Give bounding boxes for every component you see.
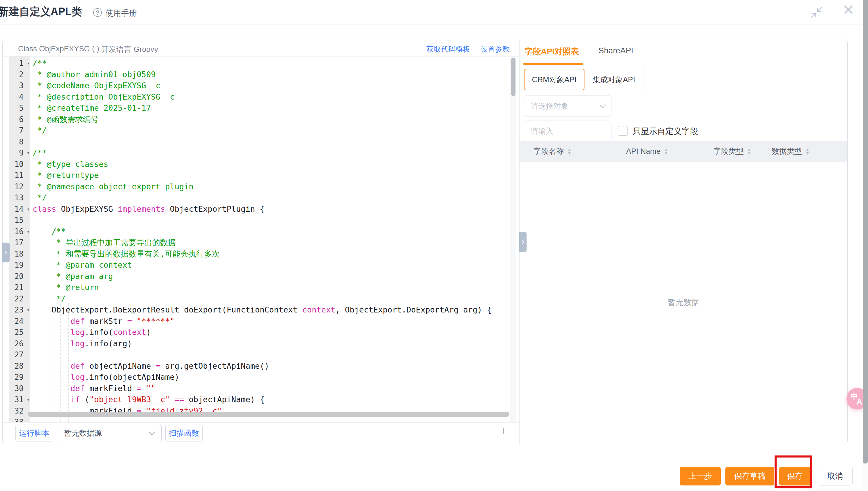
editor-vscroll-track[interactable] — [510, 57, 516, 422]
segment-crm-object-api[interactable]: CRM对象API — [524, 69, 585, 90]
code-line: 31▾ if ("object_l9WB3__c" == objectApiNa… — [3, 394, 510, 405]
field-table-header: 字段名称▲▼ API Name▲▼ 字段类型▲▼ 数据类型▲▼ — [520, 141, 847, 162]
user-manual-link[interactable]: 使用手册 — [105, 8, 137, 18]
code-line: 12 * @namespace object_export_plugin — [3, 181, 510, 193]
column-field-type: 字段类型▲▼ — [713, 146, 772, 156]
custom-fields-only-label: 只显示自定义字段 — [633, 126, 698, 137]
get-code-template-link[interactable]: 获取代码模板 — [427, 44, 470, 54]
code-line: 1▾/** — [3, 58, 510, 69]
code-line: 23▾ ObjectExport.DoExportResult doExport… — [3, 304, 510, 316]
field-search-placeholder: 请输入 — [531, 126, 553, 136]
code-line: 18 * 和需要导出的数据数量有关,可能会执行多次 — [3, 249, 510, 260]
tab-field-api-mapping[interactable]: 字段API对照表 — [525, 46, 579, 57]
editor-hscroll-thumb[interactable] — [28, 412, 509, 417]
object-select-placeholder: 请选择对象 — [531, 101, 568, 111]
header-divider — [0, 24, 863, 25]
code-line: 28 def objectApiName = arg.getObjectApiN… — [3, 360, 510, 372]
code-line: 20 * @param arg — [3, 271, 510, 282]
code-line: 24 def markStr = "******" — [3, 316, 510, 327]
code-lines: 1▾/**2 * @author admin01_obj05093 * @cod… — [3, 58, 510, 422]
chevron-down-icon — [600, 102, 606, 108]
save-button[interactable]: 保存 — [779, 467, 811, 486]
cancel-button[interactable]: 取消 — [818, 467, 852, 486]
help-icon[interactable]: ? — [93, 8, 102, 17]
expand-left-panel-handle[interactable]: › — [2, 242, 10, 262]
collapse-toolbar-icon[interactable] — [501, 428, 510, 434]
column-data-type: 数据类型▲▼ — [772, 146, 830, 156]
toolbar-divider — [3, 422, 519, 423]
code-line: 3 * @codeName ObjExpEXYSG__c — [3, 80, 510, 91]
code-line: 10 * @type classes — [3, 159, 510, 170]
page-scrollbar-thumb[interactable] — [863, 0, 868, 464]
code-line: 26 log.info(arg) — [3, 338, 510, 349]
new-apl-class-dialog: 新建自定义APL类 ? 使用手册 ✕ Class ObjExpEXYSG ( )… — [0, 0, 868, 491]
code-line: 5 * @createTime 2025-01-17 — [3, 103, 510, 114]
field-search-input[interactable]: 请输入 — [524, 121, 612, 142]
class-signature-label: Class ObjExpEXYSG ( ) — [18, 44, 99, 53]
scan-functions-button[interactable]: 扫描函数 — [165, 425, 203, 441]
page-scrollbar[interactable] — [863, 0, 868, 491]
code-line: 7 */ — [3, 125, 510, 136]
editor-vscroll-thumb[interactable] — [511, 58, 516, 96]
sort-icon[interactable]: ▲▼ — [567, 148, 571, 155]
run-script-button[interactable]: 运行脚本 — [16, 425, 53, 441]
sort-icon[interactable]: ▲▼ — [805, 148, 809, 155]
code-editor[interactable]: 1▾/**2 * @author admin01_obj05093 * @cod… — [3, 57, 510, 422]
object-select[interactable]: 请选择对象 — [524, 95, 612, 116]
code-line: 19 * @param context — [3, 259, 510, 271]
code-line: 6 * @函数需求编号 — [3, 114, 510, 125]
code-line: 4 * @description ObjExpEXYSG__c — [3, 91, 510, 103]
code-line: 27 — [3, 349, 510, 360]
tab-share-apl[interactable]: ShareAPL — [598, 46, 636, 55]
language-label: 开发语言 Groovy — [101, 44, 158, 54]
code-line: 13 */ — [3, 192, 510, 204]
sort-icon[interactable]: ▲▼ — [664, 148, 668, 155]
code-line: 25 log.info(context) — [3, 327, 510, 338]
code-line: 21 * @return — [3, 282, 510, 293]
code-line: 33 — [3, 416, 510, 422]
code-line: 17 * 导出过程中加工需要导出的数据 — [3, 237, 510, 249]
active-tab-underline — [523, 63, 583, 65]
code-line: 11 * @returntype — [3, 170, 510, 181]
set-params-link[interactable]: 设置参数 — [480, 44, 510, 54]
code-line: 2 * @author admin01_obj0509 — [3, 69, 510, 80]
code-line: 15 — [3, 214, 510, 226]
code-line: 8 — [3, 136, 510, 148]
custom-fields-only-checkbox[interactable] — [618, 126, 627, 136]
column-field-name: 字段名称▲▼ — [533, 146, 626, 156]
code-line: 9▾/** — [3, 147, 510, 159]
column-api-name: API Name▲▼ — [626, 147, 713, 156]
code-line: 29 log.info(objectApiName) — [3, 372, 510, 383]
expand-right-panel-handle[interactable]: › — [519, 232, 527, 252]
code-line: 16▾ /** — [3, 226, 510, 237]
segment-integration-object-api[interactable]: 集成对象API — [584, 69, 644, 90]
collapse-window-icon[interactable] — [810, 6, 823, 19]
code-line: 30 def markField = "" — [3, 383, 510, 394]
code-line: 14▾class ObjExpEXYSG implements ObjectEx… — [3, 204, 510, 215]
empty-state-text: 暂无数据 — [520, 297, 847, 308]
page-title: 新建自定义APL类 — [0, 5, 82, 19]
close-icon[interactable]: ✕ — [842, 2, 855, 18]
save-draft-button[interactable]: 保存草稿 — [725, 467, 774, 486]
datasource-select[interactable]: 暂无数据源 — [57, 424, 161, 442]
previous-step-button[interactable]: 上一步 — [680, 467, 721, 486]
chevron-down-icon — [149, 429, 155, 435]
datasource-select-value: 暂无数据源 — [64, 428, 102, 438]
code-line: 22 */ — [3, 293, 510, 305]
sort-icon[interactable]: ▲▼ — [747, 148, 751, 155]
